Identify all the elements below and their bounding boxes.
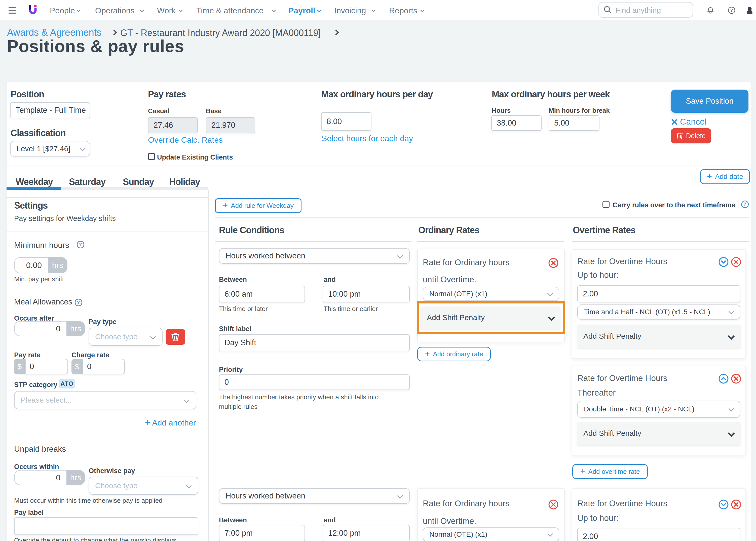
- svg-text:?: ?: [79, 242, 82, 247]
- svg-text:?: ?: [744, 202, 746, 207]
- svg-text:?: ?: [730, 8, 733, 13]
- svg-text:?: ?: [77, 300, 80, 305]
